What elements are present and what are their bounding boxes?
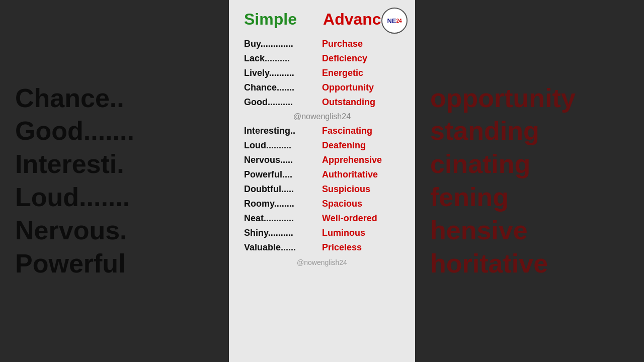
simple-word-5: Good.......... bbox=[244, 97, 322, 108]
advanced-word-4: Opportunity bbox=[322, 82, 400, 93]
logo-num: 24 bbox=[396, 18, 401, 24]
word-pair-11: Roomy........ Spacious bbox=[239, 197, 405, 211]
advanced-word-2: Deficiency bbox=[322, 53, 400, 64]
header-row: Simple Advanced bbox=[239, 8, 405, 31]
logo: NE24 bbox=[381, 8, 408, 34]
word-pair-8: Nervous..... Apprehensive bbox=[239, 153, 405, 167]
advanced-word-11: Spacious bbox=[322, 199, 400, 209]
word-pair-6: Interesting.. Fascinating bbox=[239, 124, 405, 138]
bg-left-word-2: Good....... bbox=[15, 116, 214, 146]
background-left: Chance.. Good....... Interesti. Loud....… bbox=[0, 0, 229, 362]
advanced-word-9: Authoritative bbox=[322, 169, 400, 180]
simple-word-4: Chance....... bbox=[244, 82, 322, 93]
word-pair-10: Doubtful..... Suspicious bbox=[239, 183, 405, 196]
bg-right-word-4: fening bbox=[430, 183, 629, 213]
bg-left-word-5: Nervous. bbox=[15, 216, 214, 246]
advanced-word-6: Fascinating bbox=[322, 126, 400, 136]
bg-right-word-5: hensive bbox=[430, 216, 629, 246]
word-pair-2: Lack.......... Deficiency bbox=[239, 52, 405, 65]
word-pair-1: Buy............. Purchase bbox=[239, 37, 405, 51]
simple-word-3: Lively.......... bbox=[244, 68, 322, 78]
advanced-word-3: Energetic bbox=[322, 68, 400, 78]
bg-right-word-1: opportunity bbox=[430, 83, 629, 114]
bg-right-word-2: standing bbox=[430, 116, 629, 146]
center-panel: NE24 Simple Advanced Buy............. Pu… bbox=[229, 0, 415, 362]
advanced-word-1: Purchase bbox=[322, 39, 400, 49]
header-simple: Simple bbox=[244, 10, 297, 29]
simple-word-2: Lack.......... bbox=[244, 53, 322, 64]
simple-word-10: Doubtful..... bbox=[244, 184, 322, 195]
word-pair-5: Good.......... Outstanding bbox=[239, 96, 405, 109]
simple-word-1: Buy............. bbox=[244, 39, 322, 49]
simple-word-7: Loud.......... bbox=[244, 140, 322, 151]
simple-word-12: Neat............ bbox=[244, 213, 322, 224]
advanced-word-8: Apprehensive bbox=[322, 155, 400, 165]
watermark-bottom: @nowenglish24 bbox=[297, 258, 347, 266]
bg-left-word-6: Powerful bbox=[15, 249, 214, 279]
simple-word-8: Nervous..... bbox=[244, 155, 322, 165]
simple-word-14: Valuable...... bbox=[244, 242, 322, 253]
word-pair-13: Shiny.......... Luminous bbox=[239, 226, 405, 240]
word-pair-9: Powerful.... Authoritative bbox=[239, 168, 405, 182]
advanced-word-13: Luminous bbox=[322, 228, 400, 238]
outer-container: Chance.. Good....... Interesti. Loud....… bbox=[0, 0, 644, 362]
bg-right-word-3: cinating bbox=[430, 149, 629, 179]
bg-left-word-1: Chance.. bbox=[15, 83, 214, 114]
bg-left-word-3: Interesti. bbox=[15, 149, 214, 179]
simple-word-9: Powerful.... bbox=[244, 169, 322, 180]
word-pair-14: Valuable...... Priceless bbox=[239, 241, 405, 254]
advanced-word-7: Deafening bbox=[322, 140, 400, 151]
simple-word-13: Shiny.......... bbox=[244, 228, 322, 238]
advanced-word-14: Priceless bbox=[322, 242, 400, 253]
advanced-word-12: Well-ordered bbox=[322, 213, 400, 224]
simple-word-6: Interesting.. bbox=[244, 126, 322, 136]
word-pair-4: Chance....... Opportunity bbox=[239, 81, 405, 95]
word-pair-12: Neat............ Well-ordered bbox=[239, 212, 405, 225]
advanced-word-10: Suspicious bbox=[322, 184, 400, 195]
background-right: opportunity standing cinating fening hen… bbox=[415, 0, 644, 362]
advanced-word-5: Outstanding bbox=[322, 97, 400, 108]
bg-right-word-6: horitative bbox=[430, 249, 629, 279]
word-pair-3: Lively.......... Energetic bbox=[239, 66, 405, 80]
word-pairs-list: Buy............. Purchase Lack..........… bbox=[239, 37, 405, 254]
watermark-mid: @nowenglish24 bbox=[239, 112, 405, 121]
simple-word-11: Roomy........ bbox=[244, 199, 322, 209]
bg-left-word-4: Loud....... bbox=[15, 183, 214, 213]
word-pair-7: Loud.......... Deafening bbox=[239, 139, 405, 152]
logo-ne: NE bbox=[387, 17, 396, 25]
